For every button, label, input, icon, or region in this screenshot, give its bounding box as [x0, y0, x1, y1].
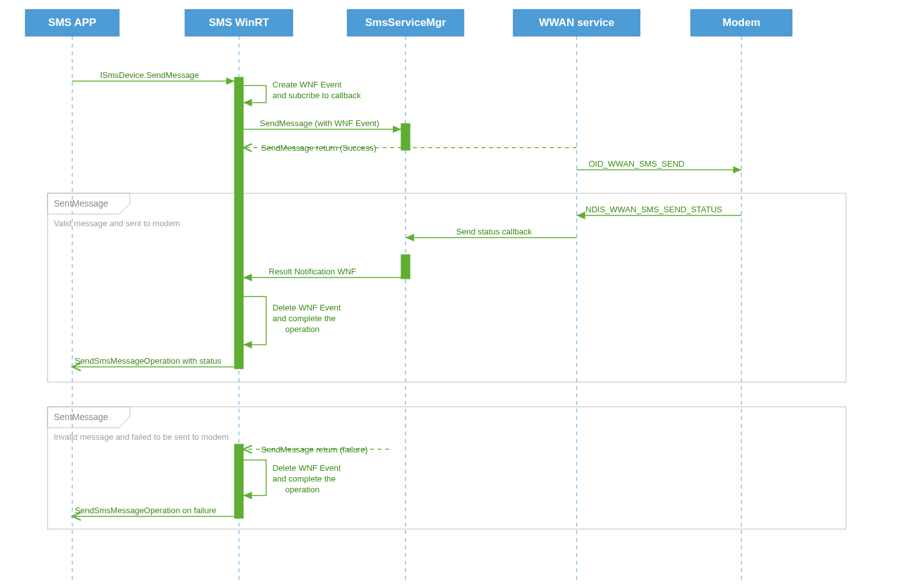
activation-sms-winrt-1	[234, 77, 243, 369]
svg-text:NDIS_WWAN_SMS_SEND_STATUS: NDIS_WWAN_SMS_SEND_STATUS	[585, 205, 722, 214]
svg-text:ISmsDevice.SendMessage: ISmsDevice.SendMessage	[100, 70, 199, 80]
svg-text:WWAN service: WWAN service	[539, 16, 614, 29]
svg-text:Modem: Modem	[722, 16, 760, 29]
msg-sendmessage-wnf: SendMessage (with WNF Event)	[243, 118, 401, 129]
msg-create-wnf-event: Create WNF Event and subcribe to callbac…	[243, 80, 361, 103]
svg-text:Create WNF Event: Create WNF Event	[272, 80, 342, 89]
msg-delete-wnf-event-success: Delete WNF Event and complete the operat…	[243, 297, 341, 345]
participant-sms-app: SMS APP	[25, 10, 119, 36]
participant-modem: Modem	[691, 10, 792, 36]
msg-sendsmsmessageoperation-status: SendSmsMessageOperation with status	[72, 356, 234, 367]
svg-text:SendSmsMessageOperation with s: SendSmsMessageOperation with status	[75, 356, 222, 366]
svg-text:SendMessage return (Success): SendMessage return (Success)	[261, 143, 376, 153]
svg-text:and complete the: and complete the	[272, 474, 336, 483]
svg-text:and complete the: and complete the	[272, 314, 336, 323]
svg-text:Invalid message and failed to : Invalid message and failed to be sent to…	[54, 432, 229, 442]
svg-text:SentMessage: SentMessage	[54, 412, 108, 422]
svg-text:Result Notification WNF: Result Notification WNF	[269, 267, 356, 276]
svg-text:SendMessage return (failure): SendMessage return (failure)	[261, 445, 368, 454]
svg-text:Delete WNF Event: Delete WNF Event	[272, 463, 341, 473]
svg-text:SentMessage: SentMessage	[54, 198, 108, 208]
svg-text:operation: operation	[285, 485, 319, 494]
svg-text:Valid message and sent to mode: Valid message and sent to modem	[54, 219, 180, 228]
activation-smsservicemgr-1	[401, 124, 410, 150]
svg-text:OID_WWAN_SMS_SEND: OID_WWAN_SMS_SEND	[589, 159, 684, 169]
msg-sendmessage-return-failure: SendMessage return (failure)	[243, 445, 389, 454]
svg-text:SendSmsMessageOperation on fai: SendSmsMessageOperation on failure	[75, 506, 216, 515]
svg-text:Send status callback: Send status callback	[456, 227, 532, 236]
activation-smsservicemgr-2	[401, 255, 410, 279]
svg-text:operation: operation	[285, 324, 319, 334]
msg-send-status-callback: Send status callback	[406, 227, 577, 238]
participant-wwan-service: WWAN service	[513, 10, 640, 36]
msg-sendsmsmessageoperation-failure: SendSmsMessageOperation on failure	[72, 506, 234, 516]
participant-sms-winrt: SMS WinRT	[185, 10, 293, 36]
msg-delete-wnf-event-failure: Delete WNF Event and complete the operat…	[243, 460, 341, 495]
svg-text:Delete WNF Event: Delete WNF Event	[272, 303, 341, 312]
svg-text:SMS WinRT: SMS WinRT	[208, 16, 269, 29]
svg-text:SendMessage (with WNF Event): SendMessage (with WNF Event)	[260, 118, 380, 128]
msg-result-notification-wnf: Result Notification WNF	[243, 267, 401, 278]
svg-text:and subcribe to callback: and subcribe to callback	[272, 91, 361, 100]
msg-oid-wwan-sms-send: OID_WWAN_SMS_SEND	[577, 159, 741, 170]
svg-text:SMS APP: SMS APP	[48, 16, 96, 29]
msg-isms-sendmessage: ISmsDevice.SendMessage	[72, 70, 234, 81]
msg-ndis-wwan-sms-send-status: NDIS_WWAN_SMS_SEND_STATUS	[577, 205, 741, 215]
fragment-sentmessage-success: SentMessage Valid message and sent to mo…	[48, 193, 846, 382]
activation-sms-winrt-2	[234, 444, 243, 518]
svg-text:SmsServiceMgr: SmsServiceMgr	[365, 16, 446, 29]
sequence-diagram: SMS APP SMS WinRT SmsServiceMgr WWAN ser…	[0, 0, 915, 588]
participant-smsservicemgr: SmsServiceMgr	[347, 10, 464, 36]
